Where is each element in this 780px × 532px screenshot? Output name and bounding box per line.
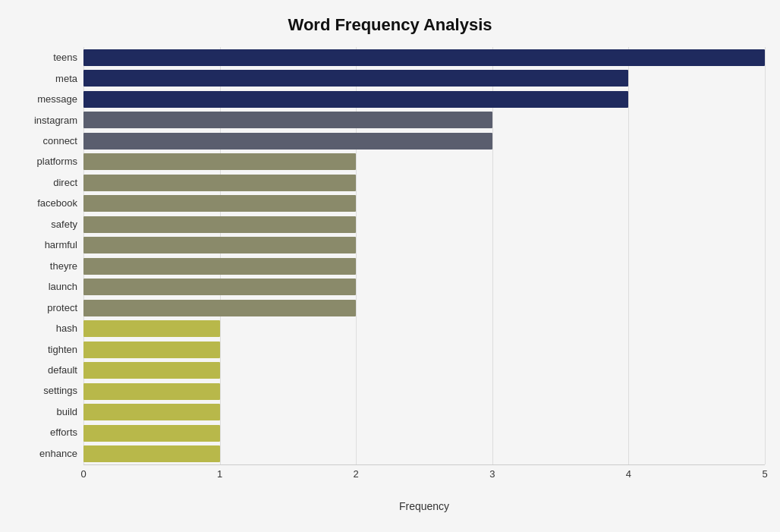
- bar-row: [83, 110, 765, 131]
- bar: [83, 195, 356, 212]
- bar: [83, 342, 220, 358]
- y-label: platforms: [15, 151, 83, 172]
- bar-row: [83, 297, 765, 319]
- bar-row: [83, 172, 765, 194]
- x-tick-label: 5: [762, 468, 767, 480]
- bar: [83, 112, 492, 128]
- x-tick-label: 1: [217, 468, 222, 480]
- y-label: direct: [15, 172, 83, 193]
- y-label: launch: [15, 276, 83, 297]
- bar: [83, 404, 220, 420]
- x-tick-label: 0: [80, 468, 86, 480]
- grid-line: [765, 47, 766, 464]
- bar: [83, 362, 220, 379]
- bar-row: [83, 89, 765, 110]
- x-tick-label: 3: [489, 468, 495, 480]
- bar: [83, 445, 220, 462]
- bar: [83, 216, 356, 233]
- x-axis-labels: 012345: [83, 468, 765, 483]
- y-labels: teensmetamessageinstagramconnectplatform…: [15, 47, 83, 465]
- y-label: theyre: [15, 256, 83, 276]
- bar: [83, 425, 220, 442]
- bar: [83, 133, 492, 150]
- x-tick-label: 4: [626, 468, 631, 480]
- bar-row: [83, 152, 765, 173]
- y-label: enhance: [15, 443, 83, 464]
- bar: [83, 237, 356, 253]
- y-label: default: [15, 360, 83, 380]
- bar: [83, 175, 356, 191]
- bar-row: [83, 235, 765, 257]
- y-label: settings: [15, 380, 83, 401]
- chart-area: teensmetamessageinstagramconnectplatform…: [15, 47, 765, 465]
- chart-container: Word Frequency Analysis teensmetamessage…: [0, 0, 780, 532]
- y-label: teens: [15, 47, 83, 68]
- y-label: facebook: [15, 193, 83, 213]
- bar: [83, 320, 220, 337]
- y-label: connect: [15, 131, 83, 151]
- bar-row: [83, 68, 765, 90]
- bar-row: [83, 339, 765, 360]
- bar: [83, 49, 765, 66]
- x-tick-label: 2: [354, 468, 359, 480]
- bar-row: [83, 47, 765, 68]
- bar: [83, 153, 356, 170]
- bar: [83, 91, 628, 108]
- bar: [83, 383, 220, 400]
- bar-row: [83, 256, 765, 277]
- chart-title: Word Frequency Analysis: [15, 8, 765, 47]
- bar-row: [83, 194, 765, 215]
- bars-area: [83, 47, 765, 465]
- y-label: harmful: [15, 235, 83, 255]
- y-label: hash: [15, 318, 83, 338]
- bar: [83, 70, 628, 87]
- bar: [83, 258, 356, 275]
- x-axis-title: Frequency: [83, 500, 765, 512]
- y-label: meta: [15, 68, 83, 88]
- bar-row: [83, 381, 765, 402]
- bar-row: [83, 131, 765, 152]
- y-label: tighten: [15, 338, 83, 359]
- bar-row: [83, 214, 765, 235]
- y-label: protect: [15, 297, 83, 317]
- bar: [83, 279, 356, 295]
- y-label: build: [15, 401, 83, 422]
- bar-row: [83, 319, 765, 340]
- bar-row: [83, 277, 765, 298]
- y-label: instagram: [15, 109, 83, 130]
- bar-row: [83, 423, 765, 444]
- bar-row: [83, 360, 765, 382]
- y-label: message: [15, 89, 83, 109]
- bar-row: [83, 444, 765, 465]
- bar: [83, 300, 356, 316]
- bar-row: [83, 402, 765, 423]
- y-label: efforts: [15, 422, 83, 442]
- y-label: safety: [15, 214, 83, 235]
